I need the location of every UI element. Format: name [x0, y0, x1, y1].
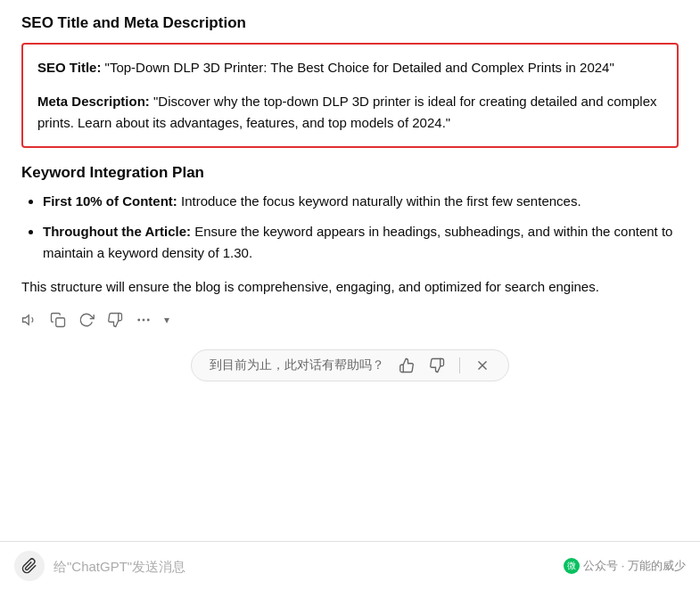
seo-title-label: SEO Title: [37, 60, 101, 75]
dislike-icon[interactable] [107, 312, 123, 328]
wechat-icon: 微 [564, 558, 580, 574]
chevron-down-icon[interactable]: ▾ [164, 314, 169, 326]
message-input[interactable] [54, 559, 555, 574]
seo-title-value: "Top-Down DLP 3D Printer: The Best Choic… [105, 60, 614, 75]
attach-button[interactable] [14, 551, 45, 581]
feedback-bar: 到目前为止，此对话有帮助吗？ [191, 349, 509, 381]
action-icons-bar: ▾ [21, 308, 679, 332]
svg-marker-0 [23, 315, 29, 325]
svg-point-4 [138, 319, 140, 321]
keyword-list: First 10% of Content: Introduce the focu… [21, 191, 679, 264]
feedback-thumbs-down-button[interactable] [429, 357, 445, 373]
feedback-text: 到目前为止，此对话有帮助吗？ [210, 357, 384, 373]
keyword-item-1-label: First 10% of Content: [43, 193, 177, 209]
svg-rect-1 [56, 318, 65, 327]
meta-label: Meta Description: [37, 94, 150, 109]
list-item: First 10% of Content: Introduce the focu… [43, 191, 679, 212]
keyword-section: Keyword Integration Plan First 10% of Co… [21, 164, 679, 264]
summary-text: This structure will ensure the blog is c… [21, 276, 679, 298]
speaker-icon[interactable] [21, 312, 37, 328]
watermark-text: 公众号 · 万能的威少 [583, 558, 686, 574]
watermark: 微 公众号 · 万能的威少 [564, 558, 686, 574]
more-icon[interactable] [136, 312, 152, 328]
seo-box: SEO Title: "Top-Down DLP 3D Printer: The… [21, 43, 679, 148]
list-item: Throughout the Article: Ensure the keywo… [43, 221, 679, 264]
keyword-item-1-text: Introduce the focus keyword naturally wi… [181, 193, 581, 209]
meta-description-paragraph: Meta Description: "Discover why the top-… [37, 91, 663, 134]
seo-title-paragraph: SEO Title: "Top-Down DLP 3D Printer: The… [37, 57, 663, 78]
feedback-divider [459, 357, 460, 373]
bottom-bar: 微 公众号 · 万能的威少 [0, 541, 700, 590]
copy-icon[interactable] [50, 312, 66, 328]
feedback-thumbs-up-button[interactable] [399, 357, 415, 373]
svg-point-3 [148, 319, 150, 321]
refresh-icon[interactable] [78, 312, 95, 328]
seo-section-title: SEO Title and Meta Description [21, 14, 679, 32]
keyword-item-2-label: Throughout the Article: [43, 224, 191, 239]
feedback-close-button[interactable] [474, 357, 490, 373]
svg-point-2 [143, 319, 144, 321]
main-content: SEO Title and Meta Description SEO Title… [0, 0, 700, 541]
keyword-section-title: Keyword Integration Plan [21, 164, 679, 182]
